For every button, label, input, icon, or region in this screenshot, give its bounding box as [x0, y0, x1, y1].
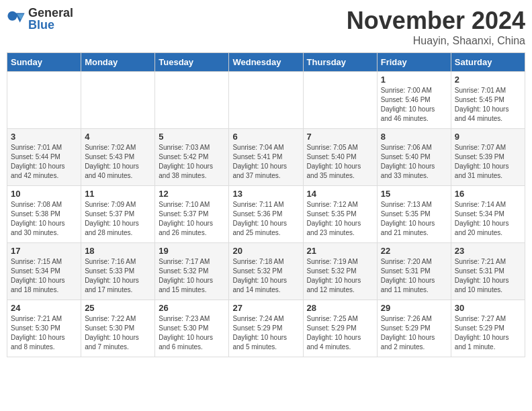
- day-number: 26: [159, 303, 225, 313]
- day-info: Sunrise: 7:01 AM Sunset: 5:45 PM Dayligh…: [455, 86, 521, 124]
- week-row-2: 3Sunrise: 7:01 AM Sunset: 5:44 PM Daylig…: [7, 129, 525, 186]
- day-number: 25: [85, 303, 151, 313]
- day-number: 27: [232, 303, 299, 313]
- day-number: 15: [381, 189, 447, 199]
- location: Huayin, Shaanxi, China: [347, 35, 525, 47]
- day-number: 11: [85, 189, 151, 199]
- day-info: Sunrise: 7:13 AM Sunset: 5:35 PM Dayligh…: [381, 200, 447, 238]
- calendar-cell: 11Sunrise: 7:09 AM Sunset: 5:37 PM Dayli…: [81, 186, 155, 243]
- day-number: 20: [232, 246, 299, 256]
- weekday-header-friday: Friday: [377, 53, 451, 72]
- day-number: 7: [307, 132, 373, 142]
- calendar-cell: 12Sunrise: 7:10 AM Sunset: 5:37 PM Dayli…: [155, 186, 229, 243]
- week-row-3: 10Sunrise: 7:08 AM Sunset: 5:38 PM Dayli…: [7, 186, 525, 243]
- calendar-cell: [303, 72, 377, 129]
- logo: General Blue: [7, 7, 73, 31]
- day-info: Sunrise: 7:15 AM Sunset: 5:34 PM Dayligh…: [11, 257, 77, 295]
- calendar-cell: 20Sunrise: 7:18 AM Sunset: 5:32 PM Dayli…: [229, 243, 303, 300]
- calendar-cell: 15Sunrise: 7:13 AM Sunset: 5:35 PM Dayli…: [377, 186, 451, 243]
- calendar-cell: 14Sunrise: 7:12 AM Sunset: 5:35 PM Dayli…: [303, 186, 377, 243]
- calendar-cell: 30Sunrise: 7:27 AM Sunset: 5:29 PM Dayli…: [451, 300, 525, 357]
- day-number: 8: [381, 132, 447, 142]
- weekday-header-monday: Monday: [81, 53, 155, 72]
- day-number: 3: [11, 132, 77, 142]
- calendar-cell: 2Sunrise: 7:01 AM Sunset: 5:45 PM Daylig…: [451, 72, 525, 129]
- calendar-cell: 18Sunrise: 7:16 AM Sunset: 5:33 PM Dayli…: [81, 243, 155, 300]
- weekday-header-thursday: Thursday: [303, 53, 377, 72]
- day-number: 30: [455, 303, 521, 313]
- calendar-cell: 13Sunrise: 7:11 AM Sunset: 5:36 PM Dayli…: [229, 186, 303, 243]
- calendar-cell: 29Sunrise: 7:26 AM Sunset: 5:29 PM Dayli…: [377, 300, 451, 357]
- day-info: Sunrise: 7:27 AM Sunset: 5:29 PM Dayligh…: [455, 314, 521, 352]
- weekday-header-row: SundayMondayTuesdayWednesdayThursdayFrid…: [7, 53, 525, 72]
- day-number: 12: [159, 189, 225, 199]
- day-number: 18: [85, 246, 151, 256]
- day-info: Sunrise: 7:04 AM Sunset: 5:41 PM Dayligh…: [232, 143, 299, 181]
- day-info: Sunrise: 7:01 AM Sunset: 5:44 PM Dayligh…: [11, 143, 77, 181]
- weekday-header-saturday: Saturday: [451, 53, 525, 72]
- calendar-cell: 10Sunrise: 7:08 AM Sunset: 5:38 PM Dayli…: [7, 186, 81, 243]
- week-row-1: 1Sunrise: 7:00 AM Sunset: 5:46 PM Daylig…: [7, 72, 525, 129]
- day-number: 28: [307, 303, 373, 313]
- day-info: Sunrise: 7:03 AM Sunset: 5:42 PM Dayligh…: [159, 143, 225, 181]
- day-number: 13: [232, 189, 299, 199]
- day-number: 9: [455, 132, 521, 142]
- logo-general: General: [28, 6, 73, 19]
- day-info: Sunrise: 7:10 AM Sunset: 5:37 PM Dayligh…: [159, 200, 225, 238]
- day-info: Sunrise: 7:24 AM Sunset: 5:29 PM Dayligh…: [232, 314, 299, 352]
- day-info: Sunrise: 7:06 AM Sunset: 5:40 PM Dayligh…: [381, 143, 447, 181]
- day-number: 6: [232, 132, 299, 142]
- day-number: 16: [455, 189, 521, 199]
- logo-blue: Blue: [28, 18, 54, 32]
- calendar-cell: 27Sunrise: 7:24 AM Sunset: 5:29 PM Dayli…: [229, 300, 303, 357]
- calendar-cell: 24Sunrise: 7:21 AM Sunset: 5:30 PM Dayli…: [7, 300, 81, 357]
- day-info: Sunrise: 7:22 AM Sunset: 5:30 PM Dayligh…: [85, 314, 151, 352]
- calendar-body: 1Sunrise: 7:00 AM Sunset: 5:46 PM Daylig…: [7, 72, 525, 357]
- calendar-cell: 7Sunrise: 7:05 AM Sunset: 5:40 PM Daylig…: [303, 129, 377, 186]
- weekday-header-tuesday: Tuesday: [155, 53, 229, 72]
- day-info: Sunrise: 7:26 AM Sunset: 5:29 PM Dayligh…: [381, 314, 447, 352]
- day-info: Sunrise: 7:21 AM Sunset: 5:31 PM Dayligh…: [455, 257, 521, 295]
- calendar-cell: [81, 72, 155, 129]
- day-number: 4: [85, 132, 151, 142]
- calendar-cell: 9Sunrise: 7:07 AM Sunset: 5:39 PM Daylig…: [451, 129, 525, 186]
- day-info: Sunrise: 7:12 AM Sunset: 5:35 PM Dayligh…: [307, 200, 373, 238]
- calendar-cell: 8Sunrise: 7:06 AM Sunset: 5:40 PM Daylig…: [377, 129, 451, 186]
- day-number: 2: [455, 75, 521, 85]
- logo-icon: [7, 9, 26, 28]
- day-number: 17: [11, 246, 77, 256]
- weekday-header-wednesday: Wednesday: [229, 53, 303, 72]
- day-info: Sunrise: 7:17 AM Sunset: 5:32 PM Dayligh…: [159, 257, 225, 295]
- day-number: 24: [11, 303, 77, 313]
- day-info: Sunrise: 7:02 AM Sunset: 5:43 PM Dayligh…: [85, 143, 151, 181]
- week-row-4: 17Sunrise: 7:15 AM Sunset: 5:34 PM Dayli…: [7, 243, 525, 300]
- calendar-cell: [155, 72, 229, 129]
- day-info: Sunrise: 7:14 AM Sunset: 5:34 PM Dayligh…: [455, 200, 521, 238]
- calendar-cell: 16Sunrise: 7:14 AM Sunset: 5:34 PM Dayli…: [451, 186, 525, 243]
- calendar-cell: [7, 72, 81, 129]
- calendar-cell: 19Sunrise: 7:17 AM Sunset: 5:32 PM Dayli…: [155, 243, 229, 300]
- calendar-cell: 28Sunrise: 7:25 AM Sunset: 5:29 PM Dayli…: [303, 300, 377, 357]
- day-info: Sunrise: 7:16 AM Sunset: 5:33 PM Dayligh…: [85, 257, 151, 295]
- day-number: 5: [159, 132, 225, 142]
- calendar-cell: 4Sunrise: 7:02 AM Sunset: 5:43 PM Daylig…: [81, 129, 155, 186]
- calendar-cell: 3Sunrise: 7:01 AM Sunset: 5:44 PM Daylig…: [7, 129, 81, 186]
- day-number: 14: [307, 189, 373, 199]
- day-number: 23: [455, 246, 521, 256]
- calendar-cell: 21Sunrise: 7:19 AM Sunset: 5:32 PM Dayli…: [303, 243, 377, 300]
- day-info: Sunrise: 7:11 AM Sunset: 5:36 PM Dayligh…: [232, 200, 299, 238]
- day-info: Sunrise: 7:00 AM Sunset: 5:46 PM Dayligh…: [381, 86, 447, 124]
- month-title: November 2024: [347, 7, 525, 35]
- calendar-cell: 5Sunrise: 7:03 AM Sunset: 5:42 PM Daylig…: [155, 129, 229, 186]
- calendar-cell: 6Sunrise: 7:04 AM Sunset: 5:41 PM Daylig…: [229, 129, 303, 186]
- day-info: Sunrise: 7:18 AM Sunset: 5:32 PM Dayligh…: [232, 257, 299, 295]
- title-area: November 2024 Huayin, Shaanxi, China: [347, 7, 525, 47]
- calendar-cell: 26Sunrise: 7:23 AM Sunset: 5:30 PM Dayli…: [155, 300, 229, 357]
- week-row-5: 24Sunrise: 7:21 AM Sunset: 5:30 PM Dayli…: [7, 300, 525, 357]
- day-number: 29: [381, 303, 447, 313]
- day-info: Sunrise: 7:20 AM Sunset: 5:31 PM Dayligh…: [381, 257, 447, 295]
- day-info: Sunrise: 7:09 AM Sunset: 5:37 PM Dayligh…: [85, 200, 151, 238]
- page-header: General Blue November 2024 Huayin, Shaan…: [7, 7, 525, 47]
- day-info: Sunrise: 7:08 AM Sunset: 5:38 PM Dayligh…: [11, 200, 77, 238]
- calendar-cell: [229, 72, 303, 129]
